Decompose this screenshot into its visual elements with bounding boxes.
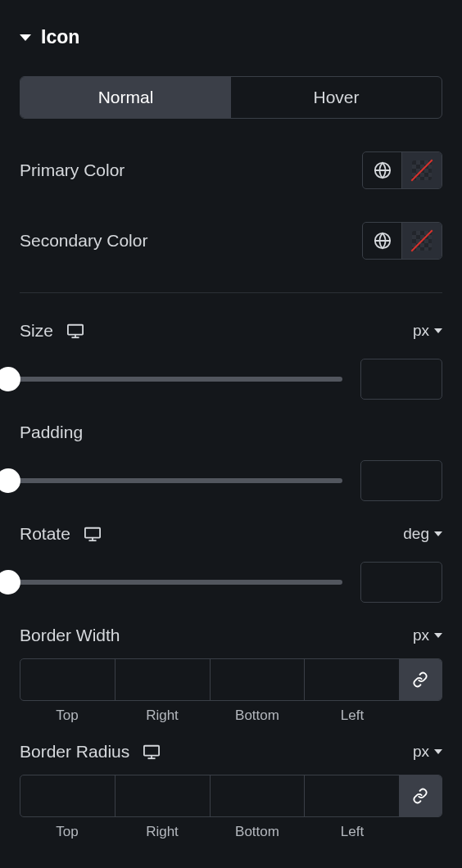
responsive-desktop-icon[interactable] (84, 526, 102, 542)
border-radius-label: Border Radius (20, 742, 129, 762)
section-header[interactable]: Icon (20, 20, 442, 48)
padding-slider[interactable] (8, 478, 342, 483)
secondary-color-swatch[interactable] (402, 223, 442, 259)
border-radius-left-input[interactable] (305, 775, 399, 816)
padding-control: Padding (20, 423, 442, 501)
border-width-top-input[interactable] (20, 659, 116, 700)
size-unit-value: px (413, 322, 429, 340)
border-width-top-label: Top (20, 708, 115, 724)
globe-icon (374, 232, 392, 250)
secondary-color-global-button[interactable] (363, 223, 402, 259)
padding-label: Padding (20, 423, 83, 442)
chevron-down-icon (434, 328, 442, 333)
chevron-down-icon (434, 749, 442, 754)
border-width-left-input[interactable] (305, 659, 399, 700)
rotate-unit-select[interactable]: deg (403, 525, 442, 543)
padding-input[interactable] (360, 460, 442, 501)
rotate-unit-value: deg (403, 525, 429, 543)
border-width-unit-select[interactable]: px (413, 626, 442, 644)
secondary-color-row: Secondary Color (20, 222, 442, 260)
collapse-caret-icon (20, 34, 31, 41)
secondary-color-label: Secondary Color (20, 231, 147, 251)
size-slider[interactable] (8, 377, 342, 382)
border-width-control: Border Width px Top Right Bottom Left (20, 626, 442, 724)
border-radius-unit-select[interactable]: px (413, 743, 442, 761)
slider-thumb[interactable] (0, 570, 20, 594)
link-icon (412, 788, 428, 804)
border-width-right-label: Right (115, 708, 210, 724)
rotate-control: Rotate deg (20, 524, 442, 603)
tab-normal[interactable]: Normal (20, 77, 231, 118)
slider-thumb[interactable] (0, 367, 20, 391)
state-tabs: Normal Hover (20, 76, 442, 119)
border-width-right-input[interactable] (116, 659, 211, 700)
rotate-input[interactable] (360, 562, 442, 603)
border-radius-unit-value: px (413, 743, 429, 761)
size-label: Size (20, 321, 53, 341)
size-input[interactable] (360, 359, 442, 400)
border-radius-control: Border Radius px Top Right Bottom Left (20, 742, 442, 840)
responsive-desktop-icon[interactable] (66, 323, 84, 339)
slider-thumb[interactable] (0, 468, 20, 493)
secondary-color-picker (362, 222, 442, 260)
size-unit-select[interactable]: px (413, 322, 442, 340)
border-radius-left-label: Left (305, 824, 400, 840)
border-width-label: Border Width (20, 626, 120, 645)
border-radius-top-label: Top (20, 824, 115, 840)
divider (20, 292, 442, 293)
rotate-label: Rotate (20, 524, 70, 544)
primary-color-swatch[interactable] (402, 152, 442, 188)
primary-color-label: Primary Color (20, 160, 125, 180)
link-icon (412, 671, 428, 688)
border-radius-bottom-label: Bottom (210, 824, 305, 840)
rotate-slider[interactable] (8, 580, 342, 585)
border-radius-top-input[interactable] (20, 775, 116, 816)
border-width-bottom-input[interactable] (211, 659, 306, 700)
responsive-desktop-icon[interactable] (143, 744, 161, 760)
svg-rect-10 (144, 746, 159, 756)
border-width-left-label: Left (305, 708, 400, 724)
icon-style-panel: Icon Normal Hover Primary Color Secondar… (0, 0, 462, 840)
border-width-link-button[interactable] (399, 659, 442, 700)
primary-color-row: Primary Color (20, 151, 442, 189)
svg-rect-4 (68, 325, 83, 335)
section-title: Icon (41, 26, 79, 48)
primary-color-global-button[interactable] (363, 152, 402, 188)
border-radius-link-button[interactable] (399, 775, 442, 816)
border-width-unit-value: px (413, 626, 429, 644)
border-width-bottom-label: Bottom (210, 708, 305, 724)
chevron-down-icon (434, 531, 442, 536)
tab-hover[interactable]: Hover (231, 77, 442, 118)
primary-color-picker (362, 151, 442, 189)
svg-rect-7 (85, 528, 100, 538)
chevron-down-icon (434, 633, 442, 638)
border-radius-right-label: Right (115, 824, 210, 840)
border-radius-bottom-input[interactable] (211, 775, 306, 816)
border-radius-right-input[interactable] (116, 775, 211, 816)
size-control: Size px (20, 321, 442, 400)
globe-icon (374, 161, 392, 179)
